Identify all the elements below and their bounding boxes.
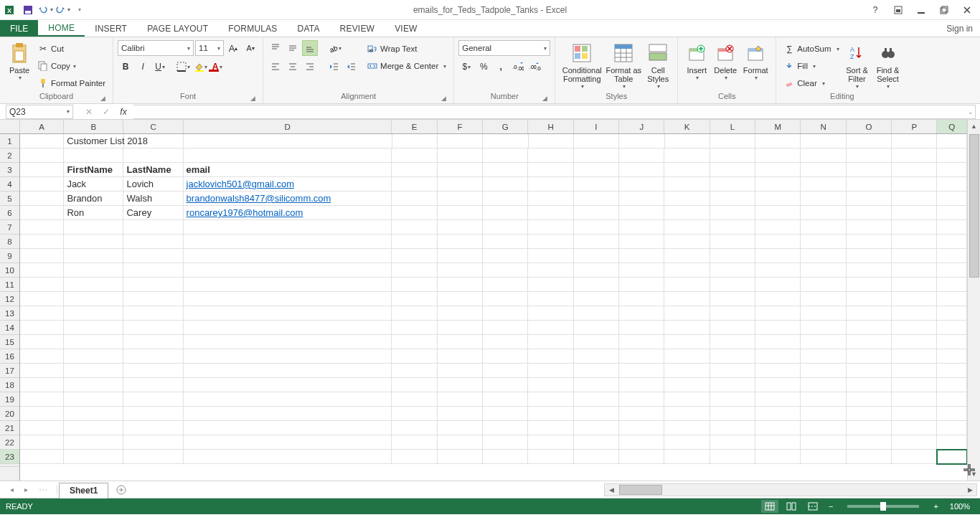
cell[interactable] — [801, 148, 846, 163]
cell[interactable]: Lovich — [123, 177, 183, 191]
cell[interactable] — [847, 191, 892, 206]
cell[interactable] — [528, 148, 573, 163]
cell[interactable] — [528, 321, 573, 335]
accounting-format-icon[interactable]: $▾ — [458, 59, 474, 75]
cell[interactable] — [483, 235, 528, 249]
cell[interactable] — [528, 364, 573, 378]
cell[interactable] — [801, 249, 846, 263]
cell[interactable] — [483, 450, 528, 464]
cell[interactable] — [755, 349, 801, 364]
cell[interactable] — [755, 206, 801, 220]
cell[interactable] — [619, 407, 664, 421]
cell[interactable] — [664, 378, 710, 392]
cell[interactable] — [64, 335, 123, 349]
cell[interactable] — [892, 349, 937, 364]
cell[interactable] — [937, 206, 967, 220]
clipboard-dialog-launcher[interactable]: ◢ — [98, 94, 107, 103]
cell[interactable] — [483, 392, 528, 407]
cell[interactable] — [184, 235, 392, 249]
cell[interactable] — [892, 392, 937, 407]
cell[interactable] — [438, 278, 483, 292]
zoom-in-button[interactable]: + — [930, 502, 941, 511]
decrease-font-icon[interactable]: A▾ — [242, 40, 258, 56]
cell[interactable] — [755, 335, 801, 349]
decrease-decimal-icon[interactable]: .00.0 — [527, 59, 543, 75]
cell[interactable] — [892, 206, 937, 220]
cell[interactable] — [528, 421, 573, 435]
delete-cells-button[interactable]: Delete▾ — [711, 40, 740, 92]
cell[interactable] — [801, 163, 846, 177]
excel-app-icon[interactable]: X — [3, 2, 19, 18]
cell[interactable] — [528, 220, 573, 235]
cell[interactable] — [664, 292, 710, 306]
cell[interactable] — [710, 378, 755, 392]
vertical-scroll-thumb[interactable] — [969, 134, 979, 278]
cell[interactable] — [755, 378, 801, 392]
cell[interactable] — [438, 392, 483, 407]
cell[interactable] — [20, 148, 64, 163]
cell[interactable] — [20, 177, 64, 191]
cell[interactable] — [392, 435, 437, 450]
cell[interactable] — [619, 450, 664, 464]
cell[interactable] — [664, 206, 710, 220]
row-header[interactable]: 7 — [0, 220, 19, 235]
cell[interactable] — [847, 450, 892, 464]
cell[interactable] — [847, 321, 892, 335]
cell[interactable] — [528, 378, 573, 392]
cell[interactable] — [937, 134, 967, 148]
cell[interactable] — [438, 306, 483, 321]
cell[interactable] — [123, 249, 183, 263]
cell[interactable] — [483, 421, 528, 435]
page-break-view-button[interactable] — [804, 500, 821, 513]
cell[interactable] — [755, 435, 801, 450]
row-header[interactable]: 19 — [0, 392, 19, 407]
cell[interactable] — [64, 249, 123, 263]
cell[interactable] — [528, 306, 573, 321]
row-header[interactable]: 2 — [0, 148, 19, 163]
cell[interactable] — [574, 191, 619, 206]
cell[interactable] — [755, 148, 801, 163]
cancel-formula-button[interactable]: ✕ — [80, 105, 98, 119]
scroll-up-button[interactable]: ▲ — [968, 120, 980, 133]
cell[interactable] — [438, 335, 483, 349]
cell[interactable] — [574, 335, 619, 349]
align-bottom-icon[interactable] — [302, 40, 318, 56]
cell[interactable] — [483, 263, 528, 278]
cell[interactable] — [847, 335, 892, 349]
cell[interactable] — [664, 163, 710, 177]
cell[interactable] — [483, 278, 528, 292]
cell[interactable] — [892, 335, 937, 349]
cell[interactable] — [710, 435, 755, 450]
cell[interactable] — [755, 421, 801, 435]
cell[interactable] — [574, 292, 619, 306]
clear-button[interactable]: Clear▾ — [782, 76, 840, 90]
cell[interactable] — [392, 206, 437, 220]
cell[interactable] — [937, 292, 967, 306]
cell[interactable] — [483, 378, 528, 392]
cell[interactable] — [123, 278, 183, 292]
cell[interactable] — [619, 177, 664, 191]
cell[interactable] — [664, 278, 710, 292]
cell[interactable] — [710, 220, 755, 235]
cell[interactable] — [892, 235, 937, 249]
cell[interactable]: brandonwalsh8477@silicomm.com — [184, 191, 392, 206]
cell[interactable] — [574, 206, 619, 220]
cell[interactable] — [123, 321, 183, 335]
zoom-out-button[interactable]: − — [826, 502, 836, 511]
cell[interactable] — [755, 235, 801, 249]
restore-button[interactable] — [936, 3, 953, 17]
cell[interactable] — [392, 421, 437, 435]
vertical-scrollbar[interactable]: ▲ ▼ — [967, 120, 980, 481]
cell[interactable] — [801, 206, 846, 220]
row-header[interactable]: 9 — [0, 249, 19, 263]
cell[interactable] — [438, 191, 483, 206]
cell[interactable] — [574, 407, 619, 421]
cell[interactable] — [801, 378, 846, 392]
cell[interactable] — [392, 335, 437, 349]
cell[interactable] — [847, 306, 892, 321]
row-headers[interactable]: 1234567891011121314151617181920212223 — [0, 134, 20, 481]
cell[interactable] — [123, 220, 183, 235]
cell[interactable] — [619, 134, 664, 148]
cell[interactable] — [392, 220, 437, 235]
cell[interactable] — [64, 421, 123, 435]
